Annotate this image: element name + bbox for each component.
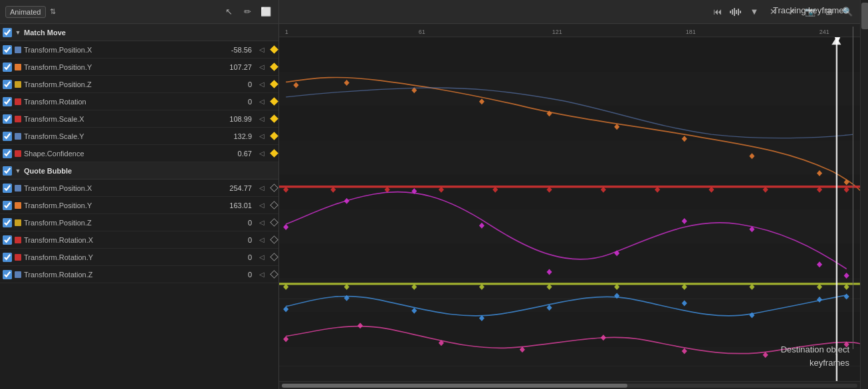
group-quote-bubble: ▼ Quote Bubble: [0, 162, 278, 180]
prop-row-qb-rot-y: Transform.Rotation.Y 0 ◁: [0, 249, 278, 266]
waveform-svg: [730, 7, 742, 17]
mm-shape-conf-checkbox[interactable]: [3, 149, 12, 158]
qb-pos-z-keyframe[interactable]: [269, 218, 278, 227]
qb-rot-x-name: Transform.Rotation.X: [24, 236, 222, 244]
mm-pos-x-arrow[interactable]: ◁: [257, 46, 267, 53]
scrollbar-track[interactable]: [282, 384, 857, 388]
tracking-keyframes-label: Tracking keyframes: [773, 5, 848, 15]
qb-rot-z-checkbox[interactable]: [3, 270, 12, 279]
prop-row-qb-rot-z: Transform.Rotation.Z 0 ◁: [0, 266, 278, 283]
timeline-waveform-icon[interactable]: [728, 5, 743, 19]
svg-rect-3: [736, 10, 737, 14]
mm-shape-conf-keyframe[interactable]: [269, 149, 278, 158]
svg-rect-9: [279, 140, 860, 175]
svg-rect-5: [740, 11, 741, 13]
qb-pos-z-name: Transform.Position.Z: [24, 219, 222, 227]
timeline-playhead[interactable]: [837, 37, 837, 381]
ruler-mark-121: 121: [552, 29, 562, 35]
match-move-triangle[interactable]: ▼: [15, 29, 21, 36]
qb-rot-y-checkbox[interactable]: [3, 253, 12, 262]
mm-pos-x-checkbox[interactable]: [3, 45, 12, 55]
mm-rot-arrow[interactable]: ◁: [257, 98, 267, 105]
mm-pos-z-keyframe[interactable]: [269, 80, 278, 89]
sort-icon: ⇅: [50, 7, 56, 16]
quote-bubble-checkbox[interactable]: [3, 166, 12, 176]
mm-shape-conf-name: Shape.Confidence: [24, 150, 222, 158]
qb-rot-x-keyframe[interactable]: [269, 235, 278, 245]
svg-rect-11: [279, 209, 860, 244]
ruler-mark-181: 181: [686, 29, 696, 35]
mm-shape-conf-arrow[interactable]: ◁: [257, 150, 267, 157]
cursor-tool[interactable]: ↖: [221, 5, 236, 19]
pen-tool[interactable]: ✏: [240, 5, 255, 19]
right-divider: [853, 27, 853, 349]
svg-rect-7: [279, 72, 860, 106]
scrollbar-thumb[interactable]: [282, 384, 627, 388]
mm-scale-x-keyframe[interactable]: [269, 114, 278, 124]
timeline-play-start[interactable]: ⏮: [710, 5, 724, 19]
qb-pos-y-arrow[interactable]: ◁: [257, 201, 267, 209]
mm-pos-x-keyframe[interactable]: [269, 45, 278, 55]
mm-scale-x-checkbox[interactable]: [3, 114, 12, 124]
mm-scale-x-arrow[interactable]: ◁: [257, 115, 267, 122]
qb-pos-y-keyframe[interactable]: [269, 201, 278, 210]
qb-pos-x-checkbox[interactable]: [3, 184, 12, 193]
property-list: ▼ Match Move Transform.Position.X -58.56…: [0, 24, 278, 389]
quote-bubble-triangle[interactable]: ▼: [15, 168, 21, 174]
svg-rect-2: [734, 8, 735, 16]
prop-row-qb-pos-x: Transform.Position.X 254.77 ◁: [0, 180, 278, 197]
qb-rot-x-arrow[interactable]: ◁: [257, 236, 267, 243]
mm-rot-checkbox[interactable]: [3, 97, 12, 106]
sidebar-toolbar: Animated All ⇅ ↖ ✏ ⬜: [0, 0, 278, 24]
qb-pos-z-value: 0: [225, 219, 255, 227]
prop-row-qb-rot-x: Transform.Rotation.X 0 ◁: [0, 231, 278, 249]
qb-pos-y-value: 163.01: [225, 201, 255, 209]
mm-pos-y-checkbox[interactable]: [3, 63, 12, 72]
qb-pos-y-checkbox[interactable]: [3, 201, 12, 210]
mm-pos-y-keyframe[interactable]: [269, 63, 278, 72]
prop-row-qb-pos-y: Transform.Position.Y 163.01 ◁: [0, 197, 278, 214]
prop-row-mm-scale-y: Transform.Scale.Y 132.9 ◁: [0, 128, 278, 145]
qb-pos-x-arrow[interactable]: ◁: [257, 184, 267, 192]
vscroll-thumb[interactable]: [861, 3, 868, 29]
mm-rot-keyframe[interactable]: [269, 97, 278, 106]
qb-pos-y-name: Transform.Position.Y: [24, 201, 222, 209]
qb-rot-z-arrow[interactable]: ◁: [257, 271, 267, 278]
match-move-checkbox[interactable]: [3, 28, 12, 37]
qb-pos-z-arrow[interactable]: ◁: [257, 219, 267, 226]
qb-rot-y-value: 0: [225, 253, 255, 261]
mm-pos-z-checkbox[interactable]: [3, 80, 12, 89]
sidebar: Animated All ⇅ ↖ ✏ ⬜ ▼ Match Move Transf…: [0, 0, 279, 389]
qb-pos-z-checkbox[interactable]: [3, 218, 12, 227]
prop-row-mm-pos-x: Transform.Position.X -58.56 ◁: [0, 41, 278, 59]
timeline-tracks[interactable]: [279, 37, 860, 381]
qb-pos-x-keyframe[interactable]: [269, 184, 278, 193]
timeline-scrollbar[interactable]: [279, 381, 860, 389]
qb-rot-z-name: Transform.Rotation.Z: [24, 271, 222, 279]
animated-dropdown[interactable]: Animated All: [5, 6, 46, 18]
mm-scale-y-arrow[interactable]: ◁: [257, 132, 267, 140]
prop-row-mm-pos-z: Transform.Position.Z 0 ◁: [0, 76, 278, 93]
mm-scale-x-swatch: [15, 116, 21, 122]
mm-scale-y-keyframe[interactable]: [269, 132, 278, 141]
mm-pos-z-arrow[interactable]: ◁: [257, 80, 267, 88]
qb-rot-z-keyframe[interactable]: [269, 270, 278, 279]
mm-pos-z-value: 0: [225, 80, 255, 88]
prop-row-qb-pos-z: Transform.Position.Z 0 ◁: [0, 214, 278, 231]
mm-shape-conf-value: 0.67: [225, 150, 255, 158]
ruler-mark-1: 1: [285, 29, 288, 35]
mm-scale-y-checkbox[interactable]: [3, 132, 12, 141]
mm-rot-swatch: [15, 98, 21, 105]
mm-pos-x-value: -58.56: [225, 46, 255, 54]
qb-rot-y-keyframe[interactable]: [269, 253, 278, 262]
qb-pos-y-swatch: [15, 202, 21, 209]
qb-rot-z-value: 0: [225, 271, 255, 279]
qb-pos-z-swatch: [15, 219, 21, 226]
mm-pos-y-arrow[interactable]: ◁: [257, 63, 267, 70]
mm-pos-y-swatch: [15, 64, 21, 70]
qb-rot-x-checkbox[interactable]: [3, 235, 12, 245]
keyframe-chart: [279, 37, 860, 381]
timeline-dropdown[interactable]: ▼: [747, 5, 762, 19]
keyframe-tool[interactable]: ⬜: [259, 5, 273, 19]
qb-rot-y-arrow[interactable]: ◁: [257, 253, 267, 261]
